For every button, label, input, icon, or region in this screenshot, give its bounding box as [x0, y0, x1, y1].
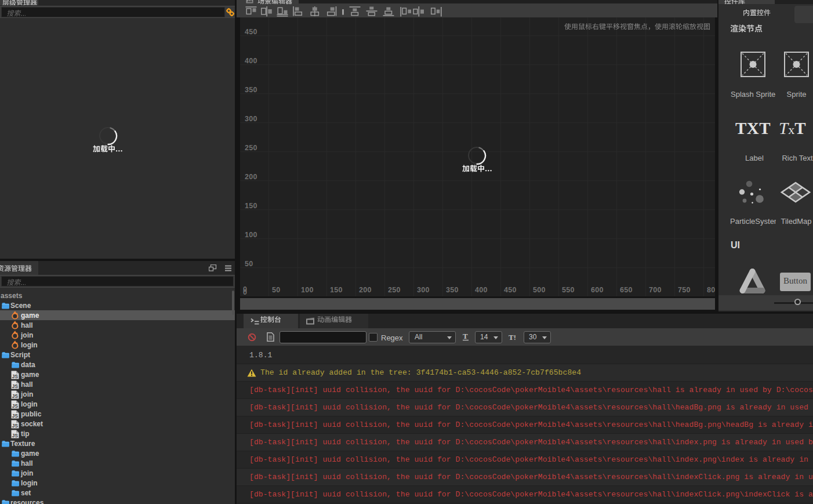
- svg-text:T: T: [463, 333, 468, 340]
- svg-text:JS: JS: [12, 373, 19, 379]
- svg-text:JS: JS: [12, 403, 19, 408]
- svg-text:T: T: [509, 333, 514, 342]
- svg-text:JS: JS: [12, 412, 19, 418]
- svg-text:JS: JS: [12, 383, 19, 389]
- svg-text:JS: JS: [12, 393, 19, 398]
- svg-text:JS: JS: [12, 432, 19, 438]
- svg-text:JS: JS: [12, 422, 19, 428]
- svg-text:!: !: [514, 334, 516, 341]
